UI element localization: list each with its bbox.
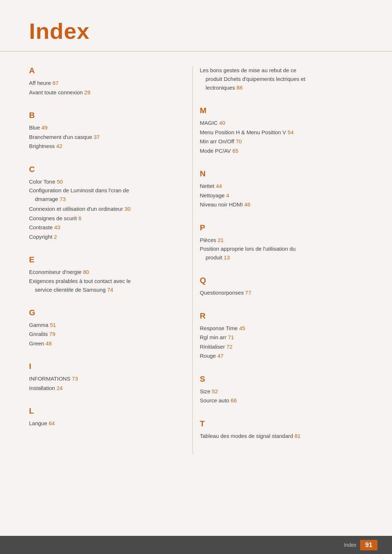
index-entry: Contraste 43 xyxy=(29,223,178,232)
index-section: SSize 52Source auto 66 xyxy=(200,374,349,405)
section-letter: C xyxy=(29,165,178,174)
page-header: Index xyxy=(0,0,392,52)
index-entry: Gnralits 79 xyxy=(29,329,178,339)
section-letter: T xyxy=(200,419,349,428)
index-entry: MAGIC 40 xyxy=(200,118,349,128)
index-entry: Gamma 51 xyxy=(29,320,178,330)
index-content: AAff heure 67Avant toute connexion 29BBl… xyxy=(0,62,392,483)
section-letter: Q xyxy=(200,276,349,285)
index-entry: Economiseur d'nergie 80 xyxy=(29,267,178,277)
index-entry: Menu Position H & Menu Position V 54 xyxy=(200,128,349,137)
index-entry: Rgl min arr 71 xyxy=(200,333,349,342)
section-letter: P xyxy=(200,223,349,233)
index-entry: Nettet 44 xyxy=(200,181,349,191)
index-entry: Avant toute connexion 29 xyxy=(29,88,178,97)
section-letter: R xyxy=(200,311,349,321)
index-entry: Blue 49 xyxy=(29,123,178,132)
index-entry: Green 48 xyxy=(29,339,178,348)
index-entry: Exigences pralables à tout contact avec … xyxy=(29,277,178,294)
page-footer: Index 91 xyxy=(0,536,392,554)
footer-label: Index xyxy=(344,542,356,548)
footer-page-number: 91 xyxy=(360,540,377,550)
index-section: IINFORMATIONS 73Installation 24 xyxy=(29,362,178,393)
section-letter: L xyxy=(29,406,178,416)
right-column: Les bons gestes de mise au rebut de cepr… xyxy=(192,66,363,454)
index-section: Les bons gestes de mise au rebut de cepr… xyxy=(200,66,349,92)
index-section: RResponse Time 45Rgl min arr 71Rinitiali… xyxy=(200,311,349,361)
left-column: AAff heure 67Avant toute connexion 29BBl… xyxy=(29,66,192,454)
index-section: CColor Tone 50Configuration de Luminosit… xyxy=(29,165,178,242)
index-section: AAff heure 67Avant toute connexion 29 xyxy=(29,66,178,97)
page: Index AAff heure 67Avant toute connexion… xyxy=(0,0,392,554)
index-section: LLangue 64 xyxy=(29,406,178,428)
index-entry: Pièces 21 xyxy=(200,235,349,245)
index-entry: Configuration de Luminosit dans l'cran d… xyxy=(29,186,178,204)
index-entry: Questionsrponses 77 xyxy=(200,288,349,297)
index-entry: Rouge 47 xyxy=(200,351,349,361)
index-section: BBlue 49Branchement d'un casque 37Bright… xyxy=(29,111,178,151)
page-title: Index xyxy=(29,18,363,44)
index-entry: Brightness 42 xyxy=(29,141,178,151)
index-entry: Min arr On/Off 70 xyxy=(200,137,349,146)
index-entry: Langue 64 xyxy=(29,419,178,428)
index-entry: INFORMATIONS 73 xyxy=(29,374,178,383)
index-section: NNettet 44Nettoyage 4Niveau noir HDMI 46 xyxy=(200,169,349,209)
section-letter: G xyxy=(29,308,178,317)
index-entry: Installation 24 xyxy=(29,383,178,393)
index-section: GGamma 51Gnralits 79Green 48 xyxy=(29,308,178,348)
index-entry: Tableau des modes de signal standard 81 xyxy=(200,431,349,441)
index-entry: Nettoyage 4 xyxy=(200,191,349,200)
section-letter: E xyxy=(29,255,178,264)
index-section: TTableau des modes de signal standard 81 xyxy=(200,419,349,441)
section-letter: S xyxy=(200,374,349,384)
index-section: PPièces 21Position approprie lors de l'u… xyxy=(200,223,349,262)
index-entry: Color Tone 50 xyxy=(29,177,178,186)
index-entry: Branchement d'un casque 37 xyxy=(29,132,178,142)
index-entry: Connexion et utilisation d'un ordinateur… xyxy=(29,204,178,214)
index-entry: Niveau noir HDMI 46 xyxy=(200,200,349,209)
index-entry: Aff heure 67 xyxy=(29,78,178,88)
index-entry: Response Time 45 xyxy=(200,324,349,333)
index-section: MMAGIC 40Menu Position H & Menu Position… xyxy=(200,106,349,155)
section-letter: M xyxy=(200,106,349,115)
index-entry: Size 52 xyxy=(200,387,349,396)
index-entry: Les bons gestes de mise au rebut de cepr… xyxy=(200,66,349,92)
index-entry: Source auto 66 xyxy=(200,396,349,405)
section-letter: I xyxy=(29,362,178,371)
section-letter: A xyxy=(29,66,178,75)
index-entry: Copyright 2 xyxy=(29,232,178,242)
index-section: EEconomiseur d'nergie 80Exigences pralab… xyxy=(29,255,178,294)
section-letter: B xyxy=(29,111,178,120)
section-letter: N xyxy=(200,169,349,178)
index-entry: Position approprie lors de l'utilisation… xyxy=(200,245,349,262)
index-entry: Rinitialiser 72 xyxy=(200,342,349,352)
index-entry: Mode PC/AV 65 xyxy=(200,146,349,156)
index-entry: Consignes de scurit 6 xyxy=(29,214,178,223)
index-section: QQuestionsrponses 77 xyxy=(200,276,349,297)
